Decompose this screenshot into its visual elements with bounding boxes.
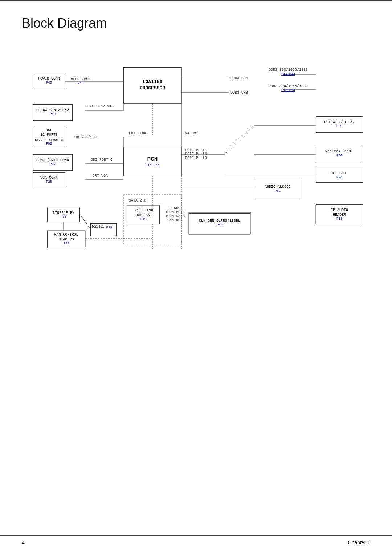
fp-audio-block: FP AUDIOHEADER P33 xyxy=(316,204,363,224)
pci-slot-block: PCI SLOT P24 xyxy=(316,168,363,183)
vga-block: VGA CONN P25 xyxy=(33,172,65,187)
pci-slot-pin: P24 xyxy=(336,176,342,180)
audio-pin: P32 xyxy=(275,189,281,194)
footer: 4 Chapter 1 xyxy=(0,535,392,549)
svg-text:DDI PORT C: DDI PORT C xyxy=(91,158,113,162)
it8721f-block: IT8721F-BX P35 xyxy=(47,208,80,222)
ddr3-800-1-label: DDR3 800/1066/1333P11-P12 xyxy=(269,68,308,76)
spi-flash-label: SPI FLASH16MB SKT xyxy=(134,208,153,217)
svg-text:FDI LINK: FDI LINK xyxy=(129,131,146,135)
fp-audio-label: FP AUDIOHEADER xyxy=(331,208,348,217)
processor-block: LGA1156PROCESSOR xyxy=(123,67,181,103)
vccp-vreg-label: VCCP VREGP43 xyxy=(71,77,90,85)
realtek-block: Realtek 8111E P30 xyxy=(316,146,363,162)
clk-data-label: 133M100M PCIE100M SATA96M DOT xyxy=(165,206,185,222)
pciex1-pin: P29 xyxy=(336,125,342,129)
page-title: Block Diagram xyxy=(22,16,370,31)
pch-block: PCH P15-P23 xyxy=(123,147,181,176)
usb-label: USB12 PORTSBack 4, Header 8 xyxy=(35,128,63,142)
fp-audio-pin: P33 xyxy=(336,217,342,221)
vga-pin: P25 xyxy=(46,180,52,184)
svg-line-23 xyxy=(225,125,254,154)
hdmi-block: HDMI (DVI) CONN P27 xyxy=(33,154,73,171)
svg-line-39 xyxy=(80,214,91,229)
spi-flash-block: SPI FLASH16MB SKT P19 xyxy=(127,206,160,224)
fan-control-pin: P37 xyxy=(63,242,69,246)
processor-label: LGA1156PROCESSOR xyxy=(140,79,165,92)
realtek-pin: P30 xyxy=(336,154,342,158)
svg-text:X4 DMI: X4 DMI xyxy=(185,131,198,135)
spi-flash-pin: P19 xyxy=(140,217,146,222)
vga-label: VGA CONN xyxy=(40,175,58,180)
hdmi-label: HDMI (DVI) CONN xyxy=(36,158,69,163)
usb-block: USB12 PORTSBack 4, Header 8 P98 xyxy=(33,127,65,147)
it8721f-label: IT8721F-BX xyxy=(53,211,74,215)
power-conn-label: POWER CONN xyxy=(38,76,60,81)
hdmi-pin: P27 xyxy=(50,163,56,167)
svg-text:SATA 2.0: SATA 2.0 xyxy=(129,199,146,203)
pe16x-label: PE16X GEN1/GEN2 xyxy=(36,108,69,113)
usb-pin: P98 xyxy=(46,142,52,146)
pci-slot-label: PCI SLOT xyxy=(331,171,348,176)
page-number: 4 xyxy=(22,540,25,545)
power-conn-pin: P42 xyxy=(46,81,52,85)
audio-block: AUDIO ALC662 P32 xyxy=(254,180,301,198)
fan-control-label: FAN CONTROLHEADERS xyxy=(54,232,78,242)
block-diagram: FDI LINK X4 DMI DDR3 CHA DDR3 CHB DDI PO… xyxy=(22,45,370,256)
audio-label: AUDIO ALC662 xyxy=(265,184,291,189)
fan-control-block: FAN CONTROLHEADERS P37 xyxy=(47,231,85,248)
svg-text:CRT VGA: CRT VGA xyxy=(93,174,108,178)
pch-label: PCH xyxy=(147,156,158,163)
pe16x-pin: P10 xyxy=(50,113,56,117)
pe16x-block: PE16X GEN1/GEN2 P10 xyxy=(33,104,73,121)
clk-gen-label: CLK GEN 9LPRS4180BL xyxy=(199,219,240,223)
pch-pin: P15-P23 xyxy=(146,163,159,168)
clk-gen-pin: P44 xyxy=(217,223,222,228)
pcie-ports-label: PCIE Port1PCIE Port6PCIE Port3 xyxy=(185,148,207,160)
chapter-label: Chapter 1 xyxy=(348,540,370,545)
realtek-label: Realtek 8111E xyxy=(325,149,354,154)
ddr3-800-2-label: DDR3 800/1066/1333P13-P14 xyxy=(269,84,308,92)
power-conn-block: POWER CONN P42 xyxy=(33,73,65,89)
pciex1-block: PCIEX1 SLOT X2 P29 xyxy=(316,116,363,133)
usb-line-label: USB 2.0/1.0 xyxy=(73,135,97,139)
clk-gen-block: CLK GEN 9LPRS4180BL P44 xyxy=(189,213,250,233)
svg-text:DDR3 CHB: DDR3 CHB xyxy=(230,91,248,95)
it8721f-pin: P35 xyxy=(61,215,66,220)
pciex1-label: PCIEX1 SLOT X2 xyxy=(324,120,355,125)
svg-text:DDR3 CHA: DDR3 CHA xyxy=(230,76,248,80)
sata-label: SATA P29 xyxy=(92,224,112,230)
pcie-gen2-label: PCIE GEN2 X16 xyxy=(85,105,114,109)
